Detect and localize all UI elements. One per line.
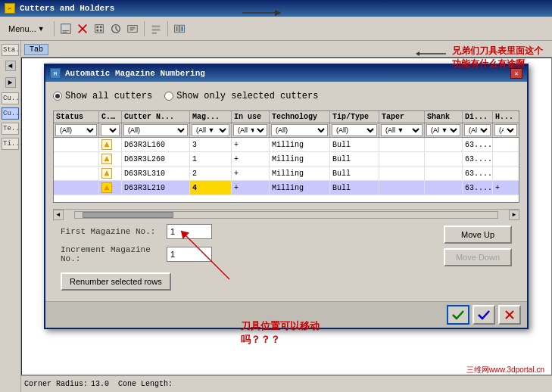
main-window: ✂ Cutters and Holders Menu... ▼ <box>0 0 552 392</box>
bottom-form: First Magazine No.: Increment Magazine N… <box>53 219 519 295</box>
svg-rect-1 <box>62 25 65 29</box>
filter-c-select[interactable]: ▼ <box>101 124 120 136</box>
filter-status-select[interactable]: (All) <box>55 124 97 136</box>
sidebar-item-tec[interactable]: Te... <box>2 123 19 135</box>
toolbar-separator-1 <box>54 21 55 36</box>
filter-tech: (All) <box>270 123 330 137</box>
filter-mag-select[interactable]: (All ▼ <box>192 124 229 136</box>
table-row-selected[interactable]: D63R3L210 4 + Milling Bull 63.... + <box>54 181 519 195</box>
menu-button[interactable]: Menu... ▼ <box>3 20 50 38</box>
radio-options-row: Show all cutters Show only selected cutt… <box>53 88 519 104</box>
toolbar-icon-5[interactable] <box>125 21 140 36</box>
radio-show-all[interactable]: Show all cutters <box>53 91 152 101</box>
table-header-row: Status C... Cutter N... Mag... In use Te… <box>54 111 519 123</box>
background-area: Tab Corner Radius: 13.0 Cone Length: M A… <box>21 41 552 392</box>
sidebar-item-sta[interactable]: Sta... <box>2 44 19 56</box>
toolbar: Menu... ▼ <box>0 17 552 41</box>
move-down-button[interactable]: Move Down <box>444 248 512 266</box>
main-content: Sta... ◄ ► Cu... Cu... Te... Ti... Tab C… <box>0 41 552 392</box>
radio-show-selected-btn[interactable] <box>164 92 173 101</box>
cell-c-3 <box>99 166 122 180</box>
col-shank: Shank <box>425 111 463 123</box>
filter-tip-select[interactable]: (All) <box>332 124 377 136</box>
toolbar-icon-6[interactable] <box>148 21 164 36</box>
cell-status-3 <box>54 166 99 180</box>
cell-mag-3: 2 <box>190 166 232 180</box>
form-right: Move Up Move Down <box>444 224 512 291</box>
cell-c-4 <box>99 181 122 194</box>
filter-status: (All) <box>54 123 99 137</box>
filter-di-select[interactable]: (Al ▼ <box>464 124 491 136</box>
cell-taper-2 <box>379 152 425 166</box>
filter-tech-select[interactable]: (All) <box>271 124 328 136</box>
arrow-annotation <box>235 2 295 27</box>
scroll-right-btn[interactable]: ► <box>509 210 519 220</box>
toolbar-icon-7[interactable] <box>172 21 187 36</box>
scroll-left-btn[interactable]: ◄ <box>53 210 64 220</box>
cancel-button[interactable] <box>498 305 521 325</box>
filter-inuse-select[interactable]: (All ▼ <box>233 124 267 136</box>
toolbar-icon-1[interactable] <box>58 21 73 36</box>
svg-rect-23 <box>176 26 177 30</box>
increment-label: Increment Magazine No.: <box>61 245 167 263</box>
filter-row: (All) ▼ (All) (All ▼ <box>54 123 519 138</box>
modal-title-bar: M Automatic Magazine Numbering ✕ <box>45 65 527 82</box>
cell-h-3 <box>493 166 519 180</box>
modal-dialog: M Automatic Magazine Numbering ✕ Show al… <box>44 64 529 329</box>
cell-inuse-3: + <box>232 166 270 180</box>
cell-taper-3 <box>379 166 425 180</box>
first-mag-input[interactable] <box>167 224 212 239</box>
toolbar-icon-delete[interactable] <box>75 21 90 36</box>
col-cutter-name: Cutter N... <box>122 111 190 123</box>
cell-shank-2 <box>425 152 463 166</box>
filter-taper-select[interactable]: (All ▼ <box>381 124 423 136</box>
col-taper: Taper <box>379 111 425 123</box>
radio-show-selected[interactable]: Show only selected cutters <box>164 91 318 101</box>
toolbar-icon-3[interactable] <box>92 21 107 36</box>
table-row[interactable]: D63R3L310 2 + Milling Bull 63.... <box>54 166 519 181</box>
filter-cutter: (All) <box>122 123 190 137</box>
sidebar-arrow-up[interactable]: ◄ <box>5 61 16 71</box>
cell-h-1 <box>493 138 519 151</box>
toolbar-icon-4[interactable] <box>108 21 123 36</box>
cell-status-2 <box>54 152 99 166</box>
filter-taper: (All ▼ <box>379 123 425 137</box>
cell-tip-3: Bull <box>330 166 379 180</box>
first-mag-label: First Magazine No.: <box>61 227 167 236</box>
horizontal-scrollbar[interactable]: ◄ ► <box>53 209 519 219</box>
cell-status-4 <box>54 181 99 194</box>
toolbar-svg-4 <box>110 22 122 36</box>
apply-icon <box>477 310 491 320</box>
filter-cutter-select[interactable]: (All) <box>123 124 188 136</box>
sidebar-arrow-down[interactable]: ► <box>5 77 16 88</box>
sidebar-item-cut2[interactable]: Cu... <box>2 107 19 120</box>
radio-show-all-btn[interactable] <box>53 92 62 101</box>
increment-input[interactable] <box>167 247 212 262</box>
filter-h-select[interactable]: (A ▼ <box>494 124 517 136</box>
svg-line-13 <box>116 29 118 31</box>
cutter-icon-1 <box>101 139 112 150</box>
radio-show-all-label: Show all cutters <box>65 91 152 101</box>
ok-check-icon <box>451 310 465 320</box>
filter-shank-select[interactable]: (Al ▼ <box>426 124 460 136</box>
cutters-table: Status C... Cutter N... Mag... In use Te… <box>53 110 519 203</box>
ok-button[interactable] <box>447 305 469 325</box>
sidebar-item-tip[interactable]: Ti... <box>2 138 19 150</box>
apply-button[interactable] <box>472 305 495 325</box>
cell-c-2 <box>99 152 122 166</box>
move-up-button[interactable]: Move Up <box>444 226 512 244</box>
renumber-button[interactable]: Renumber selected rows <box>61 272 171 291</box>
toolbar-svg-3 <box>93 22 105 36</box>
sidebar-item-cut1[interactable]: Cu... <box>2 92 19 104</box>
table-row[interactable]: D63R3L160 3 + Milling Bull 63.... <box>54 138 519 152</box>
cell-tech-3: Milling <box>270 166 330 180</box>
cell-shank-1 <box>425 138 463 151</box>
modal-close-button[interactable]: ✕ <box>510 68 522 79</box>
cell-h-2 <box>493 152 519 166</box>
cell-shank-4 <box>425 181 463 194</box>
scroll-track[interactable] <box>74 211 498 219</box>
svg-rect-18 <box>151 25 160 27</box>
table-row[interactable]: D63R3L260 1 + Milling Bull 63.... <box>54 152 519 166</box>
scroll-thumb[interactable] <box>83 212 173 218</box>
cell-inuse-4: + <box>232 181 270 194</box>
